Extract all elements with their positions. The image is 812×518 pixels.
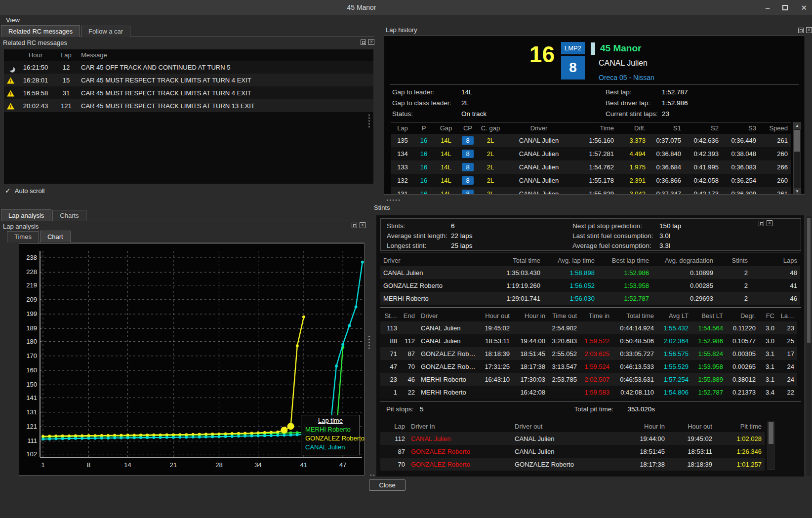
table-row[interactable]: 88112CANAL Julien18:53:1119:44:003:20.68… [380, 334, 797, 347]
table-row[interactable]: 112CANAL JulienCANAL Julien19:44:0019:45… [380, 432, 765, 445]
cell: 4.494 [617, 147, 649, 160]
cell: 1:52.986 [598, 266, 652, 279]
cell: 2L [477, 160, 504, 174]
scroll-thumb[interactable] [769, 422, 773, 444]
cell: 1:01.257 [715, 458, 765, 471]
stints-panel-scrollbar[interactable] [807, 216, 811, 476]
cell: 0:42.173 [684, 187, 722, 195]
cell: 46 [400, 373, 418, 386]
cell: 132 [391, 174, 414, 187]
float-icon[interactable] [361, 40, 366, 45]
close-panel-icon[interactable] [360, 222, 365, 228]
close-panel-icon[interactable] [767, 220, 772, 226]
float-icon[interactable] [352, 223, 357, 228]
scroll-thumb[interactable] [794, 130, 800, 152]
tab-lap-analysis[interactable]: Lap analysis [1, 209, 51, 221]
table-row[interactable]: 4770GONZALEZ Rob…17:31:2518:17:383:13.54… [380, 360, 797, 373]
legend-item: GONZALEZ Roberto [305, 434, 356, 443]
pit-table-scrollbar[interactable] [768, 421, 774, 470]
total-pit-time: Total pit time:353.020s [574, 404, 655, 415]
tab-related-rc-messages[interactable]: Related RC messages [1, 25, 80, 37]
cell: 1:54.762 [573, 160, 617, 174]
table-row[interactable]: 122MERHI Roberto16:42:081:59.5830:42:08.… [380, 386, 797, 398]
table-row[interactable]: 2346MERHI Roberto16:43:1017:30:032:53.78… [380, 373, 797, 386]
info-row: Longest stint:25 laps [387, 241, 473, 251]
table-row[interactable]: 87GONZALEZ RobertoCANAL Julien18:51:4518… [380, 445, 765, 458]
cell: CANAL Julien [504, 160, 573, 174]
table-row[interactable]: 1351614L82LCANAL Julien1:56.1603.3730:37… [391, 134, 791, 147]
splitter-handle[interactable] [387, 199, 400, 201]
cell: 2:03.625 [580, 347, 612, 360]
warning-icon [7, 90, 14, 97]
cell: 0:37.075 [649, 134, 684, 147]
tab-follow-a-car[interactable]: Follow a car [81, 26, 130, 37]
stints-dock-icons [759, 220, 772, 226]
warning-icon [7, 103, 14, 110]
table-row[interactable]: 16:59:5831CAR 45 MUST RESPECT TRACK LIMI… [4, 86, 373, 99]
info-value: 1:52.787 [662, 87, 688, 98]
table-row[interactable]: GONZALEZ Roberto1:19:19.2601:56.0521:53.… [380, 279, 800, 292]
cell: GONZALEZ Roberto [512, 458, 620, 471]
close-icon[interactable]: ✕ [801, 4, 807, 11]
cell: 16:42:08 [513, 386, 548, 398]
tab-charts[interactable]: Charts [52, 210, 86, 221]
splitter-handle[interactable] [368, 336, 370, 349]
subtab-chart[interactable]: Chart [40, 231, 71, 242]
info-value: 1:52.986 [662, 98, 688, 109]
cell: 8 [459, 174, 477, 187]
maximize-icon[interactable] [782, 5, 788, 10]
scroll-down-icon[interactable]: ▼ [794, 188, 801, 195]
auto-scroll-checkbox[interactable]: ✓ Auto scroll [5, 187, 44, 195]
info-label: Gap to leader: [392, 87, 461, 98]
lap-history-scrollbar[interactable]: ▲ ▼ [793, 122, 801, 195]
table-row[interactable]: 16:28:0115CAR 45 MUST RESPECT TRACK LIMI… [4, 74, 373, 86]
cell [301, 61, 373, 74]
float-icon[interactable] [798, 28, 804, 33]
close-panel-icon[interactable] [806, 27, 812, 33]
close-button[interactable]: Close [369, 479, 406, 491]
float-icon[interactable] [759, 221, 764, 226]
menubar: View [0, 15, 812, 25]
table-row[interactable]: 1321614L82LCANAL Julien1:55.1782.3910:36… [391, 174, 791, 187]
scroll-up-icon[interactable]: ▲ [794, 122, 801, 129]
menu-view[interactable]: View [0, 16, 26, 24]
info-value: 3.0l [659, 231, 670, 241]
lap-time-chart[interactable]: 2382282192091991891801701601501411311211… [19, 243, 365, 476]
cell: 1:57.281 [573, 147, 617, 160]
window-title: 45 Manor [0, 3, 723, 11]
chart-legend: Lap timeMERHI RobertoGONZALEZ RobertoCAN… [301, 415, 360, 455]
table-row[interactable]: 20:02:43121CAR 45 MUST RESPECT TRACK LIM… [4, 99, 373, 112]
cell: 1:29:01.741 [484, 292, 543, 305]
svg-text:131: 131 [26, 408, 37, 416]
table-row[interactable]: MERHI Roberto1:29:01.7411:56.0301:52.787… [380, 292, 800, 305]
table-row[interactable]: 7187GONZALEZ Rob…18:18:3918:51:452:55.05… [380, 347, 797, 360]
subtab-times[interactable]: Times [7, 231, 39, 242]
table-row[interactable]: 1341614L82LCANAL Julien1:57.2814.4940:36… [391, 147, 791, 160]
minimize-icon[interactable]: – [766, 4, 770, 11]
close-panel-icon[interactable] [368, 39, 374, 45]
table-row[interactable]: 113CANAL Julien19:45:022:54.9020:44:14.9… [380, 321, 797, 334]
table-row[interactable]: 16:21:5012CAR 45 OFF TRACK AND CONTINUED… [4, 61, 373, 74]
cell: 1:54.806 [657, 386, 691, 398]
cell: CANAL Julien [504, 147, 573, 160]
table-row[interactable]: 1311614L82LCANAL Julien1:55.8293.0420:37… [391, 187, 791, 195]
cell: 1:52.787 [598, 292, 652, 305]
cell: 19:44:00 [620, 432, 668, 445]
table-row[interactable]: 1331614L82LCANAL Julien1:54.7621.9750:36… [391, 160, 791, 174]
scroll-thumb[interactable] [807, 218, 811, 343]
table-row[interactable]: 70GONZALEZ RobertoGONZALEZ Roberto18:17:… [380, 458, 765, 471]
check-icon: ✓ [5, 187, 11, 195]
cell: 14L [433, 160, 459, 174]
column-header: S3 [722, 122, 759, 134]
column-header: Avg LT [657, 310, 691, 321]
cell: 112 [400, 334, 418, 347]
cell: 0:42.636 [684, 134, 722, 147]
splitter-handle[interactable] [368, 115, 370, 127]
svg-text:34: 34 [254, 461, 261, 469]
column-header: La… [777, 310, 797, 321]
cell: 1 [380, 386, 400, 398]
cell: 1:52.787 [691, 386, 726, 398]
table-row[interactable]: CANAL Julien1:35:03.4301:58.8981:52.9860… [380, 266, 800, 279]
info-label: Pit stops: [386, 404, 420, 415]
column-header: Driver [380, 255, 484, 266]
